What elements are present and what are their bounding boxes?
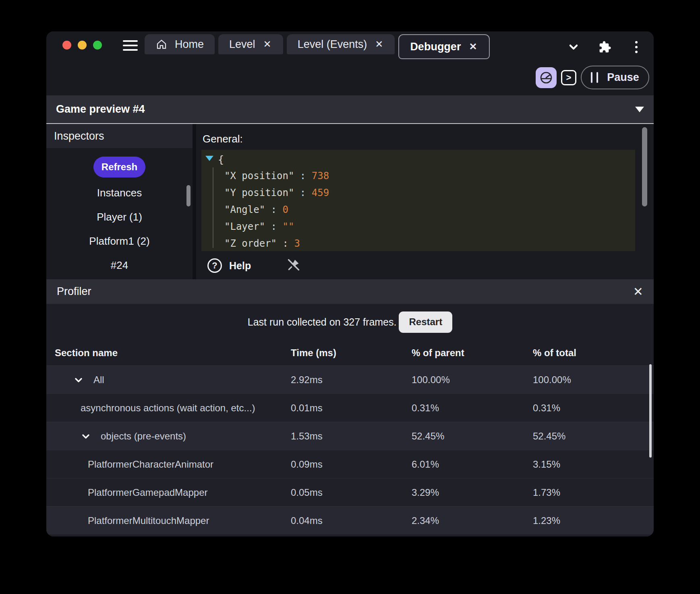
property-line: "Y position" : 459 — [224, 184, 329, 201]
profiler-table-header: Section name Time (ms) % of parent % of … — [46, 340, 654, 365]
app-window: Home Level ✕ Level (Events) ✕ Debugger ✕ — [46, 31, 654, 536]
section-name: All — [93, 374, 104, 386]
expand-chevron-icon[interactable] — [81, 431, 91, 441]
profiler-status-text: Last run collected on 327 frames. — [248, 316, 397, 328]
profiler-table-row[interactable]: objects (pre-events) 1.53ms 52.45% 52.45… — [46, 422, 654, 450]
console-button[interactable]: > — [561, 70, 576, 85]
inspectors-body: Refresh Instances Player (1) Platform1 (… — [46, 148, 193, 277]
help-row: ? Help — [207, 257, 302, 274]
collapse-expander-icon[interactable] — [205, 156, 213, 161]
property-value: 0 — [283, 204, 288, 215]
game-preview-title: Game preview #4 — [56, 103, 145, 116]
profiler-gauge-button[interactable] — [536, 67, 557, 88]
profiler-status-row: Last run collected on 327 frames. Restar… — [46, 304, 654, 340]
inspector-tree-item[interactable]: Platform1 (2) — [46, 229, 193, 253]
extensions-puzzle-icon[interactable] — [598, 40, 612, 54]
property-value: "" — [283, 221, 294, 232]
property-key: "Layer" — [224, 221, 265, 232]
close-profiler-icon[interactable]: ✕ — [633, 286, 643, 298]
section-percent-of-parent: 6.01% — [403, 459, 524, 470]
debugger-toolbar: > Pause — [46, 60, 654, 95]
inspector-item-label: Player (1) — [97, 211, 142, 223]
titlebar: Home Level ✕ Level (Events) ✕ Debugger ✕ — [46, 31, 654, 60]
inspector-item-label: Instances — [97, 187, 142, 199]
inspectors-panel: Inspectors Refresh Instances Player (1) … — [46, 124, 196, 279]
section-percent-of-parent: 52.45% — [403, 431, 524, 442]
section-time: 0.04ms — [282, 515, 403, 526]
code-root-line: { — [205, 154, 224, 165]
section-percent-of-total: 52.45% — [524, 431, 654, 442]
game-preview-header: Game preview #4 — [46, 95, 654, 124]
close-tab-icon[interactable]: ✕ — [263, 39, 272, 50]
profiler-scrollbar[interactable] — [649, 364, 652, 458]
maximize-window-button[interactable] — [93, 41, 102, 50]
chevron-down-icon[interactable] — [567, 40, 580, 54]
tab-level[interactable]: Level ✕ — [218, 34, 283, 54]
property-value: 738 — [312, 170, 329, 182]
section-percent-of-total: 3.15% — [524, 459, 654, 470]
property-value: 3 — [294, 238, 300, 249]
hamburger-menu-icon[interactable] — [123, 40, 138, 51]
section-name: asynchronous actions (wait action, etc..… — [81, 402, 255, 414]
section-name: PlatformerGamepadMapper — [88, 487, 207, 498]
inspectors-scrollbar[interactable] — [186, 185, 191, 206]
property-colon: : — [265, 221, 282, 232]
close-window-button[interactable] — [62, 41, 71, 50]
tab-label: Debugger — [410, 41, 461, 53]
inspector-tree-item[interactable]: #24 — [46, 253, 193, 277]
general-panel: General: { "X position" : 738"Y position… — [196, 124, 654, 279]
minimize-window-button[interactable] — [78, 41, 87, 50]
tab-debugger[interactable]: Debugger ✕ — [398, 34, 489, 59]
profiler-table-row[interactable]: asynchronous actions (wait action, etc..… — [46, 394, 654, 422]
inspector-tree-item[interactable]: Player (1) — [46, 205, 193, 229]
section-time: 2.92ms — [282, 374, 403, 386]
pause-button[interactable]: Pause — [581, 66, 649, 89]
pause-label: Pause — [607, 71, 639, 84]
tab-label: Level (Events) — [298, 38, 367, 51]
tab-level-events[interactable]: Level (Events) ✕ — [287, 34, 395, 54]
inspector-tree-item[interactable]: Instances — [46, 181, 193, 205]
property-key: "Angle" — [224, 204, 265, 215]
profiler-table-row[interactable]: All 2.92ms 100.00% 100.00% — [46, 365, 654, 394]
close-tab-icon[interactable]: ✕ — [374, 39, 384, 50]
restart-button[interactable]: Restart — [399, 311, 452, 333]
tab-bar: Home Level ✕ Level (Events) ✕ Debugger ✕ — [145, 34, 490, 59]
inspectors-tree: Instances Player (1) Platform1 (2) #24 — [46, 181, 193, 277]
help-icon[interactable]: ? — [207, 258, 222, 273]
profiler-table-row[interactable]: PlatformerMultitouchMapper 0.04ms 2.34% … — [46, 506, 654, 534]
property-line: "Layer" : "" — [224, 218, 329, 235]
property-colon: : — [277, 238, 294, 249]
property-colon: : — [294, 187, 311, 198]
property-value: 459 — [312, 187, 329, 198]
inspector-item-label: #24 — [111, 259, 128, 272]
unpin-icon[interactable] — [286, 257, 302, 274]
section-time: 0.05ms — [282, 487, 403, 498]
more-options-icon[interactable] — [630, 40, 643, 54]
property-line: "Z order" : 3 — [224, 235, 329, 252]
preview-dropdown-icon[interactable] — [635, 107, 644, 112]
property-key: "Y position" — [224, 187, 294, 198]
general-scrollbar[interactable] — [642, 127, 647, 206]
profiler-header: Profiler ✕ — [46, 279, 654, 304]
tab-home[interactable]: Home — [145, 34, 215, 54]
section-percent-of-total: 0.31% — [524, 402, 654, 414]
section-percent-of-total: 100.00% — [524, 374, 654, 386]
section-time: 1.53ms — [282, 431, 403, 442]
property-key: "X position" — [224, 170, 294, 182]
profiler-table-row[interactable]: PlatformerGamepadMapper 0.05ms 3.29% 1.7… — [46, 478, 654, 506]
section-percent-of-parent: 3.29% — [403, 487, 524, 498]
section-percent-of-total: 1.23% — [524, 515, 654, 526]
section-percent-of-total: 1.73% — [524, 487, 654, 498]
section-percent-of-parent: 100.00% — [403, 374, 524, 386]
close-tab-icon[interactable]: ✕ — [468, 41, 478, 52]
section-time: 0.09ms — [282, 459, 403, 470]
expand-chevron-icon[interactable] — [73, 375, 84, 385]
refresh-button[interactable]: Refresh — [93, 157, 145, 177]
properties-code-view: { "X position" : 738"Y position" : 459"A… — [201, 150, 635, 251]
profiler-table-row[interactable]: PlatformerCharacterAnimator 0.09ms 6.01%… — [46, 450, 654, 478]
section-name: objects (pre-events) — [101, 431, 186, 442]
inspector-item-label: Platform1 (2) — [89, 235, 149, 248]
help-label[interactable]: Help — [229, 260, 251, 272]
profiler-title: Profiler — [57, 285, 91, 298]
code-lines: "X position" : 738"Y position" : 459"Ang… — [213, 167, 329, 248]
